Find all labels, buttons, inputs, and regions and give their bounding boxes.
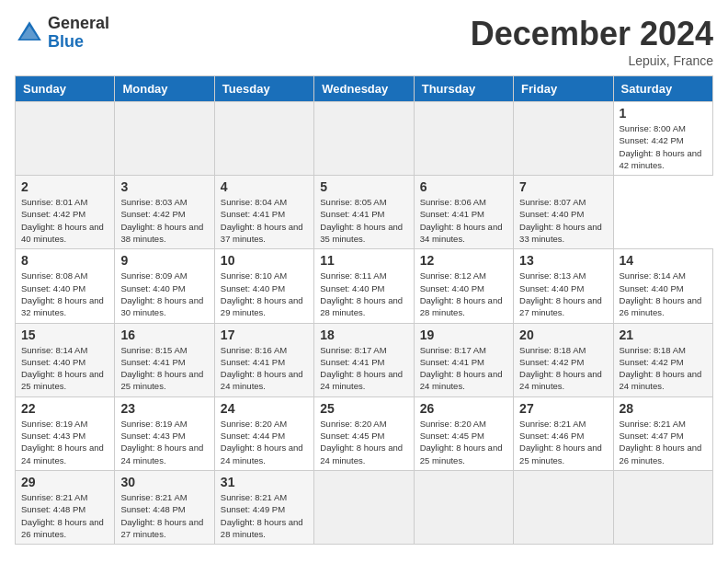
empty-cell — [314, 470, 414, 544]
day-info: Sunrise: 8:13 AMSunset: 4:40 PMDaylight:… — [519, 270, 607, 318]
day-number: 12 — [420, 253, 507, 268]
calendar-day: 28Sunrise: 8:21 AMSunset: 4:47 PMDayligh… — [613, 396, 712, 470]
day-info: Sunrise: 8:01 AMSunset: 4:42 PMDaylight:… — [21, 196, 108, 245]
calendar-day: 2Sunrise: 8:01 AMSunset: 4:42 PMDaylight… — [16, 176, 115, 249]
calendar-day: 15Sunrise: 8:14 AMSunset: 4:40 PMDayligh… — [16, 323, 115, 396]
location: Lepuix, France — [471, 53, 713, 68]
logo: General Blue — [15, 15, 109, 52]
day-number: 26 — [420, 401, 507, 416]
empty-cell — [514, 470, 613, 544]
day-number: 14 — [620, 253, 707, 268]
day-number: 1 — [620, 106, 707, 121]
day-number: 9 — [120, 253, 208, 268]
calendar-week-row: 1Sunrise: 8:00 AMSunset: 4:42 PMDaylight… — [16, 102, 713, 176]
day-number: 7 — [519, 179, 607, 194]
day-info: Sunrise: 8:12 AMSunset: 4:40 PMDaylight:… — [420, 270, 507, 318]
calendar-day: 21Sunrise: 8:18 AMSunset: 4:42 PMDayligh… — [613, 323, 712, 396]
calendar-day: 16Sunrise: 8:15 AMSunset: 4:41 PMDayligh… — [115, 323, 214, 396]
day-info: Sunrise: 8:16 AMSunset: 4:41 PMDaylight:… — [221, 344, 308, 393]
day-number: 4 — [221, 179, 308, 194]
calendar-day: 14Sunrise: 8:14 AMSunset: 4:40 PMDayligh… — [613, 249, 712, 323]
calendar-week-row: 22Sunrise: 8:19 AMSunset: 4:43 PMDayligh… — [16, 396, 713, 470]
day-info: Sunrise: 8:21 AMSunset: 4:46 PMDaylight:… — [519, 418, 607, 466]
empty-cell — [414, 470, 513, 544]
day-number: 25 — [320, 401, 407, 416]
empty-cell — [414, 102, 513, 176]
calendar-day: 11Sunrise: 8:11 AMSunset: 4:40 PMDayligh… — [314, 249, 414, 323]
day-number: 19 — [420, 327, 507, 342]
day-info: Sunrise: 8:17 AMSunset: 4:41 PMDaylight:… — [320, 344, 407, 393]
day-info: Sunrise: 8:14 AMSunset: 4:40 PMDaylight:… — [620, 270, 707, 318]
calendar-day: 22Sunrise: 8:19 AMSunset: 4:43 PMDayligh… — [16, 396, 115, 470]
calendar-day: 23Sunrise: 8:19 AMSunset: 4:43 PMDayligh… — [115, 396, 214, 470]
day-number: 30 — [120, 475, 208, 489]
calendar-day: 31Sunrise: 8:21 AMSunset: 4:49 PMDayligh… — [214, 470, 313, 544]
day-number: 16 — [120, 327, 208, 342]
empty-cell — [514, 102, 613, 176]
calendar-week-row: 29Sunrise: 8:21 AMSunset: 4:48 PMDayligh… — [16, 470, 713, 544]
day-info: Sunrise: 8:21 AMSunset: 4:48 PMDaylight:… — [21, 491, 108, 540]
day-number: 17 — [221, 327, 308, 342]
day-number: 29 — [21, 475, 108, 489]
calendar-day: 6Sunrise: 8:06 AMSunset: 4:41 PMDaylight… — [414, 176, 513, 249]
logo-text: General Blue — [48, 15, 109, 52]
logo-icon — [15, 18, 44, 48]
day-info: Sunrise: 8:19 AMSunset: 4:43 PMDaylight:… — [21, 418, 108, 466]
day-info: Sunrise: 8:19 AMSunset: 4:43 PMDaylight:… — [120, 418, 208, 466]
day-number: 22 — [21, 401, 108, 416]
day-info: Sunrise: 8:09 AMSunset: 4:40 PMDaylight:… — [120, 270, 208, 318]
day-info: Sunrise: 8:07 AMSunset: 4:40 PMDaylight:… — [519, 196, 607, 245]
empty-cell — [314, 102, 414, 176]
calendar-day: 29Sunrise: 8:21 AMSunset: 4:48 PMDayligh… — [16, 470, 115, 544]
day-info: Sunrise: 8:15 AMSunset: 4:41 PMDaylight:… — [120, 344, 208, 393]
day-number: 21 — [620, 327, 707, 342]
day-info: Sunrise: 8:14 AMSunset: 4:40 PMDaylight:… — [21, 344, 108, 393]
day-number: 18 — [320, 327, 407, 342]
day-number: 5 — [320, 179, 407, 194]
day-info: Sunrise: 8:20 AMSunset: 4:44 PMDaylight:… — [221, 418, 308, 466]
calendar-day: 9Sunrise: 8:09 AMSunset: 4:40 PMDaylight… — [115, 249, 214, 323]
day-info: Sunrise: 8:08 AMSunset: 4:40 PMDaylight:… — [21, 270, 108, 318]
day-number: 28 — [620, 401, 707, 416]
logo-blue: Blue — [48, 33, 109, 52]
day-number: 31 — [221, 475, 308, 489]
header-tuesday: Tuesday — [214, 76, 313, 102]
empty-cell — [115, 102, 214, 176]
empty-cell — [214, 102, 313, 176]
calendar-day: 1Sunrise: 8:00 AMSunset: 4:42 PMDaylight… — [613, 102, 712, 176]
day-info: Sunrise: 8:11 AMSunset: 4:40 PMDaylight:… — [320, 270, 407, 318]
header-thursday: Thursday — [414, 76, 513, 102]
header-sunday: Sunday — [16, 76, 115, 102]
calendar-day: 30Sunrise: 8:21 AMSunset: 4:48 PMDayligh… — [115, 470, 214, 544]
calendar-day: 10Sunrise: 8:10 AMSunset: 4:40 PMDayligh… — [214, 249, 313, 323]
empty-cell — [16, 102, 115, 176]
header-friday: Friday — [514, 76, 613, 102]
calendar-day: 24Sunrise: 8:20 AMSunset: 4:44 PMDayligh… — [214, 396, 313, 470]
calendar-day: 3Sunrise: 8:03 AMSunset: 4:42 PMDaylight… — [115, 176, 214, 249]
day-info: Sunrise: 8:18 AMSunset: 4:42 PMDaylight:… — [519, 344, 607, 393]
calendar-day: 19Sunrise: 8:17 AMSunset: 4:41 PMDayligh… — [414, 323, 513, 396]
day-number: 24 — [221, 401, 308, 416]
day-info: Sunrise: 8:06 AMSunset: 4:41 PMDaylight:… — [420, 196, 507, 245]
day-info: Sunrise: 8:21 AMSunset: 4:47 PMDaylight:… — [620, 418, 707, 466]
day-info: Sunrise: 8:04 AMSunset: 4:41 PMDaylight:… — [221, 196, 308, 245]
calendar-day: 5Sunrise: 8:05 AMSunset: 4:41 PMDaylight… — [314, 176, 414, 249]
calendar-day: 12Sunrise: 8:12 AMSunset: 4:40 PMDayligh… — [414, 249, 513, 323]
calendar-day: 4Sunrise: 8:04 AMSunset: 4:41 PMDaylight… — [214, 176, 313, 249]
calendar-week-row: 15Sunrise: 8:14 AMSunset: 4:40 PMDayligh… — [16, 323, 713, 396]
day-number: 13 — [519, 253, 607, 268]
page-header: General Blue December 2024 Lepuix, Franc… — [15, 15, 713, 68]
calendar-day: 13Sunrise: 8:13 AMSunset: 4:40 PMDayligh… — [514, 249, 613, 323]
day-info: Sunrise: 8:21 AMSunset: 4:48 PMDaylight:… — [120, 491, 208, 540]
empty-cell — [613, 470, 712, 544]
day-info: Sunrise: 8:17 AMSunset: 4:41 PMDaylight:… — [420, 344, 507, 393]
month-title: December 2024 — [471, 15, 713, 53]
day-number: 2 — [21, 179, 108, 194]
day-number: 11 — [320, 253, 407, 268]
day-info: Sunrise: 8:10 AMSunset: 4:40 PMDaylight:… — [221, 270, 308, 318]
day-number: 15 — [21, 327, 108, 342]
calendar-header-row: SundayMondayTuesdayWednesdayThursdayFrid… — [16, 76, 713, 102]
calendar-day: 17Sunrise: 8:16 AMSunset: 4:41 PMDayligh… — [214, 323, 313, 396]
day-info: Sunrise: 8:00 AMSunset: 4:42 PMDaylight:… — [620, 122, 707, 171]
header-wednesday: Wednesday — [314, 76, 414, 102]
